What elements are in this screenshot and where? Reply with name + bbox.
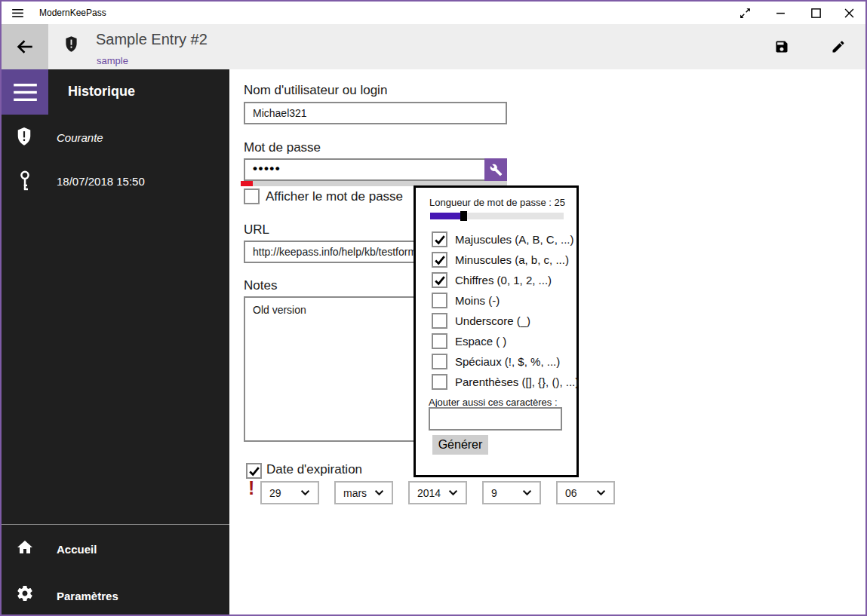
option-row: Parenthèses ([], {}, (), ...): [432, 374, 579, 390]
app-window: ModernKeePass Sample Entry #2 sample: [0, 0, 867, 616]
checkmark-icon: [434, 234, 446, 246]
brackets-label: Parenthèses ([], {}, (), ...): [455, 375, 579, 388]
day-dropdown[interactable]: 29: [260, 481, 319, 504]
chevron-down-icon: [448, 489, 458, 496]
gear-icon: [16, 584, 34, 602]
checkmark-icon: [434, 274, 446, 287]
length-label: Longueur de mot de passe : 25: [429, 197, 565, 208]
shield-exclamation-icon: [16, 127, 32, 146]
option-row: Moins (-): [432, 293, 500, 308]
chevron-down-icon: [596, 489, 606, 496]
pencil-icon[interactable]: [831, 39, 846, 54]
chevron-down-icon: [374, 489, 384, 496]
expiration-checkbox[interactable]: [246, 463, 262, 479]
chevron-down-icon: [522, 489, 532, 496]
url-label: URL: [244, 222, 269, 238]
wrench-icon: [490, 164, 503, 176]
close-icon[interactable]: [832, 2, 865, 24]
brackets-checkbox[interactable]: [432, 374, 447, 390]
lowercase-label: Minuscules (a, b, c, ...): [455, 253, 569, 266]
custom-chars-label: Ajouter aussi ces caractères :: [429, 397, 558, 408]
generate-button[interactable]: Générer: [432, 435, 488, 455]
expiration-label: Date d'expiration: [266, 462, 362, 477]
uppercase-checkbox[interactable]: [432, 231, 447, 247]
password-strength-fill: [241, 181, 253, 186]
entry-form: Nom d'utilisateur ou login Mot de passe …: [229, 69, 865, 614]
username-input[interactable]: [245, 103, 506, 123]
key-icon: [20, 170, 30, 192]
space-checkbox[interactable]: [432, 333, 447, 349]
minimize-icon[interactable]: [764, 2, 797, 24]
home-icon: [16, 538, 34, 556]
resize-diagonal-icon[interactable]: [728, 2, 761, 24]
app-title: ModernKeePass: [39, 2, 106, 24]
month-value: mars: [343, 487, 367, 499]
lowercase-checkbox[interactable]: [432, 252, 447, 268]
save-icon[interactable]: [774, 39, 789, 54]
length-slider-fill: [430, 213, 460, 219]
option-row: Spéciaux (!, $, %, ...): [432, 354, 560, 369]
space-label: Espace ( ): [455, 335, 506, 348]
sidebar-section-title: Historique: [68, 84, 135, 100]
special-checkbox[interactable]: [432, 354, 447, 369]
notes-label: Notes: [244, 278, 277, 293]
option-row: Majuscules (A, B, C, ...): [432, 231, 574, 247]
hour-value: 9: [491, 487, 497, 499]
option-row: Espace ( ): [432, 333, 506, 349]
expiration-warning: !: [248, 477, 254, 499]
back-button[interactable]: [2, 24, 48, 69]
password-input[interactable]: •••••: [253, 160, 281, 179]
username-field-box: [244, 102, 507, 124]
special-label: Spéciaux (!, $, %, ...): [455, 355, 560, 368]
chevron-down-icon: [300, 489, 310, 496]
entry-title: Sample Entry #2: [96, 31, 208, 48]
option-row: Chiffres (0, 1, 2, ...): [432, 272, 552, 288]
sidebar-item-home[interactable]: Accueil: [57, 543, 97, 556]
sidebar: Historique Courante 18/07/2018 15:50 Acc…: [2, 69, 229, 614]
underscore-label: Underscore (_): [455, 314, 530, 327]
hour-dropdown[interactable]: 9: [482, 481, 541, 504]
year-dropdown[interactable]: 2014: [408, 481, 467, 504]
uppercase-label: Majuscules (A, B, C, ...): [455, 233, 574, 246]
underscore-checkbox[interactable]: [432, 313, 447, 329]
option-row: Minuscules (a, b, c, ...): [432, 252, 569, 268]
show-password-label: Afficher le mot de passe: [266, 189, 403, 204]
entry-header: Sample Entry #2 sample: [2, 24, 865, 69]
digits-checkbox[interactable]: [432, 272, 447, 288]
sidebar-item-settings[interactable]: Paramètres: [57, 590, 118, 602]
maximize-icon[interactable]: [799, 2, 832, 24]
password-label: Mot de passe: [244, 140, 321, 155]
length-slider-handle[interactable]: [460, 211, 467, 221]
year-value: 2014: [417, 487, 441, 499]
custom-chars-input[interactable]: [430, 409, 561, 429]
password-generator-popup: Longueur de mot de passe : 25 Majuscules…: [414, 185, 579, 477]
database-name[interactable]: sample: [97, 55, 128, 66]
minute-dropdown[interactable]: 06: [556, 481, 615, 504]
password-field-box: •••••: [244, 158, 507, 181]
nav-menu-button[interactable]: [2, 69, 48, 115]
digits-label: Chiffres (0, 1, 2, ...): [455, 274, 552, 287]
password-generator-button[interactable]: [484, 158, 507, 181]
sidebar-item-history-entry[interactable]: 18/07/2018 15:50: [57, 175, 145, 188]
month-dropdown[interactable]: mars: [334, 481, 393, 504]
menu-icon: [14, 84, 37, 101]
sidebar-divider: [2, 524, 229, 525]
shield-exclamation-icon: [64, 35, 78, 53]
show-password-checkbox[interactable]: [244, 188, 260, 204]
sidebar-item-current[interactable]: Courante: [57, 131, 103, 144]
minute-value: 06: [565, 487, 577, 499]
checkmark-icon: [248, 465, 260, 477]
custom-chars-box: [429, 407, 562, 431]
day-value: 29: [269, 487, 281, 499]
checkmark-icon: [434, 254, 446, 266]
minus-checkbox[interactable]: [432, 293, 447, 308]
back-arrow-icon: [15, 37, 35, 57]
menu-icon[interactable]: [12, 9, 23, 17]
length-slider[interactable]: [430, 213, 564, 219]
titlebar: ModernKeePass: [2, 2, 865, 24]
option-row: Underscore (_): [432, 313, 530, 329]
minus-label: Moins (-): [455, 294, 500, 307]
username-label: Nom d'utilisateur ou login: [244, 83, 387, 98]
